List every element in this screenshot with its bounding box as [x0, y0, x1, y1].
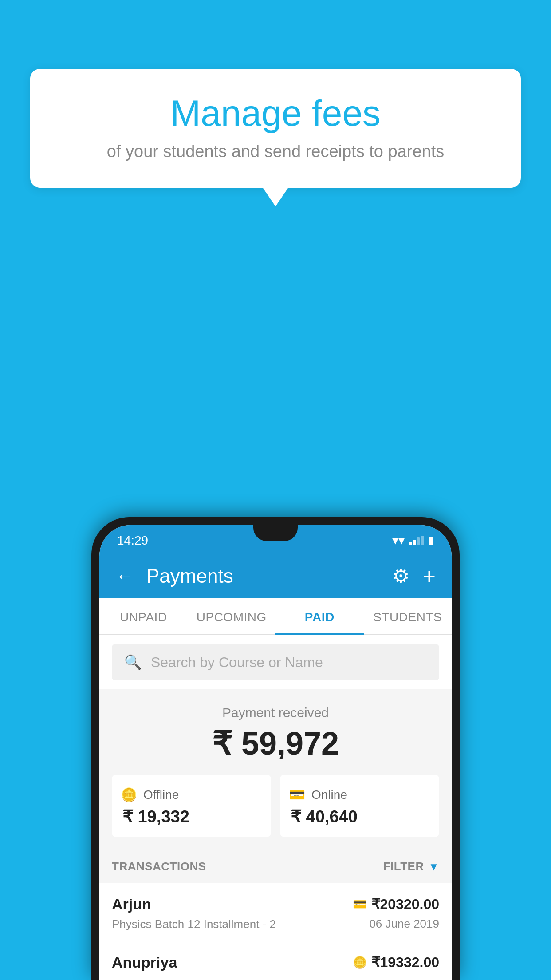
tabs-container: UNPAID UPCOMING PAID STUDENTS	[99, 598, 452, 635]
payment-amount: ₹ 59,972	[112, 725, 439, 762]
status-bar: 14:29 ▾▾ ▮	[99, 525, 452, 554]
payment-summary: Payment received ₹ 59,972 🪙 Offline ₹ 19…	[99, 689, 452, 850]
filter-button[interactable]: FILTER ▼	[383, 860, 439, 873]
filter-icon: ▼	[429, 861, 439, 873]
search-icon: 🔍	[124, 654, 142, 671]
wifi-icon: ▾▾	[392, 533, 405, 548]
transaction-row[interactable]: Arjun Physics Batch 12 Installment - 2 💳…	[99, 883, 452, 941]
transaction-detail: Physics Batch 12 Installment - 2	[112, 917, 276, 931]
transaction-amount-row: 💳 ₹20320.00	[353, 896, 439, 913]
tab-students[interactable]: STUDENTS	[364, 598, 452, 634]
transaction-name: Arjun	[112, 896, 276, 913]
transactions-header: TRANSACTIONS FILTER ▼	[99, 850, 452, 883]
transaction-name: Anupriya	[112, 954, 177, 971]
add-button[interactable]: +	[423, 565, 436, 587]
bubble-title: Manage fees	[57, 93, 494, 133]
offline-icon: 🪙	[121, 787, 137, 802]
app-bar-right: ⚙ +	[392, 565, 436, 587]
online-amount: ₹ 40,640	[289, 807, 430, 826]
tab-paid[interactable]: PAID	[276, 598, 364, 634]
status-time: 14:29	[117, 533, 148, 548]
offline-card-header: 🪙 Offline	[121, 787, 262, 802]
online-card: 💳 Online ₹ 40,640	[280, 775, 439, 837]
online-label: Online	[311, 788, 347, 802]
settings-icon[interactable]: ⚙	[392, 565, 409, 587]
search-box[interactable]: 🔍 Search by Course or Name	[112, 644, 439, 680]
online-card-header: 💳 Online	[289, 787, 430, 802]
transaction-payment-icon: 🪙	[353, 956, 367, 969]
transaction-left: Anupriya	[112, 954, 177, 976]
status-icons: ▾▾ ▮	[392, 533, 434, 548]
app-bar: ← Payments ⚙ +	[99, 554, 452, 598]
transaction-amount: ₹19332.00	[371, 954, 439, 971]
phone-outer: 14:29 ▾▾ ▮ ← Payments ⚙ +	[91, 517, 460, 980]
speech-bubble: Manage fees of your students and send re…	[30, 69, 521, 188]
transaction-row[interactable]: Anupriya 🪙 ₹19332.00	[99, 941, 452, 980]
offline-label: Offline	[143, 788, 179, 802]
transaction-payment-icon: 💳	[353, 897, 367, 911]
online-icon: 💳	[289, 787, 305, 802]
speech-bubble-container: Manage fees of your students and send re…	[30, 69, 521, 188]
app-bar-left: ← Payments	[115, 565, 233, 587]
bubble-subtitle: of your students and send receipts to pa…	[57, 142, 494, 161]
tab-upcoming[interactable]: UPCOMING	[188, 598, 276, 634]
tab-unpaid[interactable]: UNPAID	[99, 598, 188, 634]
transaction-date: 06 June 2019	[353, 917, 439, 931]
transactions-label: TRANSACTIONS	[112, 860, 206, 873]
signal-bars-icon	[409, 536, 424, 545]
transaction-left: Arjun Physics Batch 12 Installment - 2	[112, 896, 276, 931]
battery-icon: ▮	[428, 534, 434, 547]
transaction-right: 💳 ₹20320.00 06 June 2019	[353, 896, 439, 931]
search-input[interactable]: Search by Course or Name	[151, 654, 323, 671]
transaction-right: 🪙 ₹19332.00	[353, 954, 439, 975]
app-title: Payments	[146, 565, 233, 587]
transaction-amount-row: 🪙 ₹19332.00	[353, 954, 439, 971]
transaction-amount: ₹20320.00	[371, 896, 439, 913]
phone-inner: 14:29 ▾▾ ▮ ← Payments ⚙ +	[99, 525, 452, 980]
back-button[interactable]: ←	[115, 567, 134, 585]
search-container: 🔍 Search by Course or Name	[99, 635, 452, 689]
offline-card: 🪙 Offline ₹ 19,332	[112, 775, 271, 837]
offline-amount: ₹ 19,332	[121, 807, 262, 826]
notch	[253, 525, 298, 541]
payment-cards: 🪙 Offline ₹ 19,332 💳 Online ₹ 40,640	[112, 775, 439, 837]
filter-label: FILTER	[383, 860, 424, 873]
payment-label: Payment received	[112, 705, 439, 720]
phone-wrapper: 14:29 ▾▾ ▮ ← Payments ⚙ +	[91, 517, 460, 980]
